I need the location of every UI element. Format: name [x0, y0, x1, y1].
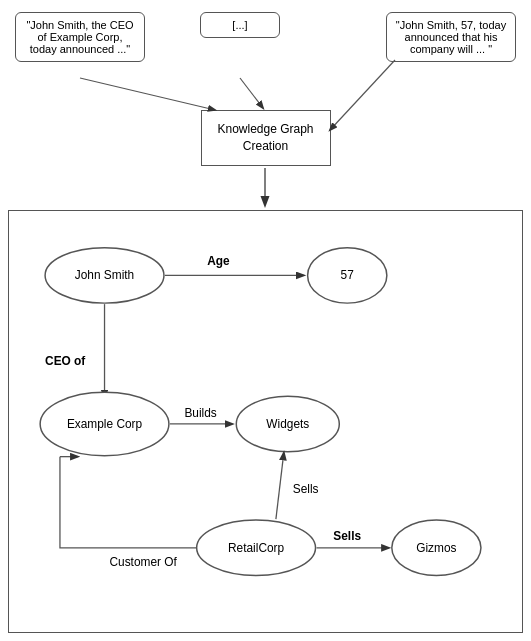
kg-box: Knowledge Graph Creation	[201, 110, 331, 166]
doc-box-left: "John Smith, the CEO of Example Corp, to…	[15, 12, 145, 62]
label-john-smith: John Smith	[75, 268, 134, 282]
edge-customer-of-line	[60, 457, 197, 548]
label-widgets: Widgets	[266, 417, 309, 431]
top-section: "John Smith, the CEO of Example Corp, to…	[0, 0, 531, 210]
doc-box-middle: [...]	[200, 12, 280, 38]
label-gizmos: Gizmos	[416, 541, 456, 555]
doc-box-right: "John Smith, 57, today announced that hi…	[386, 12, 516, 62]
edge-age-label: Age	[207, 254, 230, 268]
edge-ceo-of-label: CEO of	[45, 354, 85, 368]
edge-builds-label: Builds	[184, 406, 216, 420]
doc1-text: "John Smith, the CEO of Example Corp, to…	[26, 19, 133, 55]
edge-customer-of-label: Customer Of	[109, 555, 177, 569]
doc3-text: "John Smith, 57, today announced that hi…	[396, 19, 506, 55]
edge-sells-widgets	[276, 453, 284, 519]
diagram-wrapper: "John Smith, the CEO of Example Corp, to…	[0, 0, 531, 641]
svg-line-0	[80, 78, 215, 110]
label-example-corp: Example Corp	[67, 417, 143, 431]
edge-sells-gizmos-label: Sells	[333, 529, 361, 543]
kg-label: Knowledge Graph Creation	[217, 122, 313, 153]
edge-sells-widgets-label: Sells	[293, 482, 319, 496]
doc2-text: [...]	[232, 19, 247, 31]
label-retailcorp: RetailCorp	[228, 541, 284, 555]
svg-line-1	[240, 78, 263, 108]
label-57: 57	[341, 268, 354, 282]
svg-line-2	[330, 60, 395, 130]
graph-svg: John Smith 57 Age CEO of Example Corp Wi…	[9, 211, 522, 632]
bottom-section: John Smith 57 Age CEO of Example Corp Wi…	[8, 210, 523, 633]
